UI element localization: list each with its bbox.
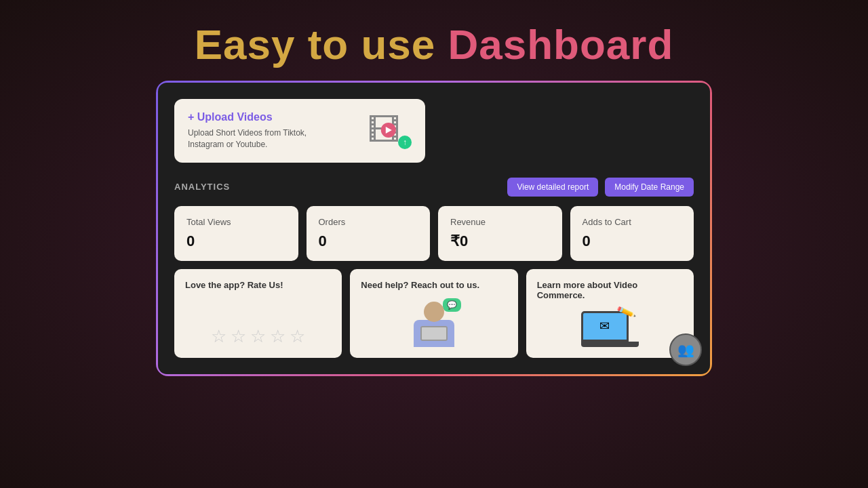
- upload-text-section: + Upload Videos Upload Short Videos from…: [188, 111, 323, 150]
- dashboard-frame: + Upload Videos Upload Short Videos from…: [156, 81, 712, 376]
- envelope-icon: ✉: [599, 319, 610, 333]
- star-2[interactable]: ☆: [231, 326, 246, 347]
- stat-card-orders: Orders 0: [307, 206, 431, 261]
- agent-head: [424, 302, 444, 322]
- stat-value-adds-to-cart: 0: [583, 232, 682, 250]
- page-title: Easy to use Dashboard: [195, 20, 674, 68]
- support-title: Need help? Reach out to us.: [361, 280, 479, 290]
- pencil-icon: ✏️: [615, 301, 637, 322]
- analytics-buttons: View detailed report Modify Date Range: [507, 178, 694, 197]
- agent-laptop: [420, 326, 448, 341]
- learn-more-title: Learn more about Video Commerce.: [537, 280, 683, 300]
- bottom-cards: Love the app? Rate Us! ☆ ☆ ☆ ☆ ☆ Need he…: [174, 269, 694, 358]
- support-agent: 💬: [414, 298, 454, 347]
- star-5[interactable]: ☆: [290, 326, 305, 347]
- support-figure: 💬: [414, 298, 454, 347]
- analytics-section-title: ANALYTICS: [174, 182, 230, 192]
- laptop-figure: ✉ ✏️: [581, 311, 639, 347]
- laptop-screen: ✉ ✏️: [581, 311, 629, 342]
- speech-bubble-icon: 💬: [443, 298, 461, 312]
- title-easy: Easy to use: [195, 21, 448, 68]
- analytics-header: ANALYTICS View detailed report Modify Da…: [174, 178, 694, 197]
- stat-value-orders: 0: [319, 232, 418, 250]
- upload-desc: Upload Short Videos from Tiktok, Instagr…: [188, 127, 323, 150]
- title-dashboard: Dashboard: [448, 21, 673, 68]
- rate-us-card[interactable]: Love the app? Rate Us! ☆ ☆ ☆ ☆ ☆: [174, 269, 342, 358]
- learn-more-card[interactable]: Learn more about Video Commerce. ✉ ✏️: [526, 269, 694, 358]
- stat-card-adds-to-cart: Adds to Cart 0: [570, 206, 694, 261]
- view-report-button[interactable]: View detailed report: [507, 178, 598, 197]
- upload-title: + Upload Videos: [188, 111, 323, 123]
- modify-date-button[interactable]: Modify Date Range: [605, 178, 694, 197]
- upload-icon-area: 🎞 ↑: [368, 112, 412, 149]
- star-1[interactable]: ☆: [211, 326, 226, 347]
- stars-container[interactable]: ☆ ☆ ☆ ☆ ☆: [211, 326, 305, 347]
- avatar[interactable]: 👥: [669, 333, 702, 366]
- stat-label-total-views: Total Views: [186, 217, 286, 227]
- star-3[interactable]: ☆: [250, 326, 266, 347]
- learn-figure: ✉ ✏️: [581, 311, 639, 347]
- play-triangle-icon: [386, 127, 392, 134]
- stat-value-total-views: 0: [186, 232, 286, 250]
- stat-label-revenue: Revenue: [450, 217, 550, 227]
- stat-card-revenue: Revenue ₹0: [438, 206, 562, 261]
- stat-label-orders: Orders: [319, 217, 418, 227]
- support-card[interactable]: Need help? Reach out to us. 💬: [350, 269, 517, 358]
- avatar-icon: 👥: [677, 342, 694, 358]
- stat-card-total-views: Total Views 0: [174, 206, 298, 261]
- laptop-base: [581, 342, 639, 347]
- rate-us-title: Love the app? Rate Us!: [185, 280, 283, 290]
- agent-body: [414, 320, 454, 347]
- stat-value-revenue: ₹0: [450, 232, 550, 250]
- stat-label-adds-to-cart: Adds to Cart: [583, 217, 682, 227]
- upload-arrow-icon: ↑: [398, 136, 412, 149]
- analytics-cards: Total Views 0 Orders 0 Revenue ₹0 Adds t…: [174, 206, 694, 261]
- star-4[interactable]: ☆: [270, 326, 285, 347]
- play-button-icon: [380, 123, 395, 138]
- upload-card[interactable]: + Upload Videos Upload Short Videos from…: [174, 99, 425, 163]
